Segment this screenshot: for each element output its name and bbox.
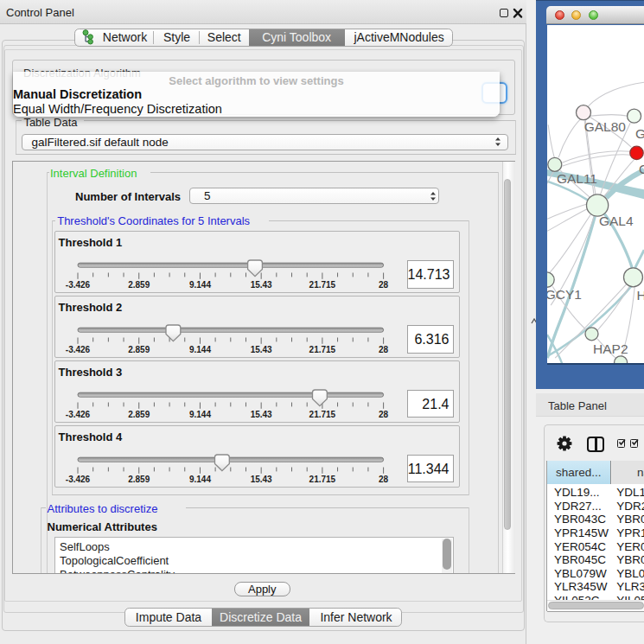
- svg-text:21.715: 21.715: [309, 409, 336, 418]
- svg-text:GAL80: GAL80: [583, 119, 625, 134]
- svg-text:-3.426: -3.426: [66, 409, 91, 418]
- svg-text:15.43: 15.43: [251, 474, 272, 483]
- svg-text:21.715: 21.715: [309, 280, 336, 290]
- svg-text:GCY1: GCY1: [547, 287, 582, 302]
- svg-text:H: H: [636, 288, 644, 303]
- svg-text:21.715: 21.715: [309, 474, 336, 483]
- svg-text:21.715: 21.715: [309, 345, 336, 354]
- svg-text:2.859: 2.859: [128, 345, 150, 354]
- svg-text:GAL11: GAL11: [557, 171, 597, 186]
- svg-text:9.144: 9.144: [189, 474, 211, 483]
- svg-text:9.144: 9.144: [189, 345, 211, 354]
- svg-text:2.859: 2.859: [128, 280, 150, 290]
- svg-text:28: 28: [379, 474, 389, 483]
- svg-text:9.144: 9.144: [189, 280, 211, 290]
- svg-text:HAP2: HAP2: [593, 341, 628, 356]
- svg-text:-3.426: -3.426: [66, 345, 91, 354]
- svg-text:28: 28: [379, 280, 389, 290]
- svg-text:9.144: 9.144: [189, 409, 211, 418]
- svg-text:15.43: 15.43: [251, 409, 272, 418]
- svg-text:GA: GA: [635, 125, 644, 140]
- svg-text:28: 28: [379, 409, 389, 418]
- svg-text:28: 28: [379, 345, 389, 354]
- svg-text:2.859: 2.859: [128, 474, 150, 483]
- svg-text:GAL4: GAL4: [599, 214, 634, 228]
- svg-text:-3.426: -3.426: [66, 474, 91, 483]
- svg-text:C: C: [639, 162, 644, 176]
- svg-text:2.859: 2.859: [128, 409, 150, 418]
- svg-text:15.43: 15.43: [251, 345, 272, 354]
- svg-text:15.43: 15.43: [251, 280, 272, 290]
- svg-text:-3.426: -3.426: [66, 280, 91, 290]
